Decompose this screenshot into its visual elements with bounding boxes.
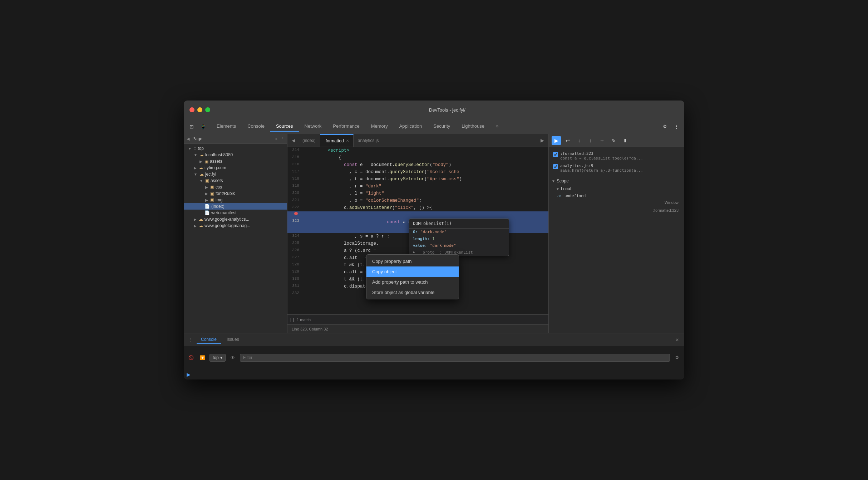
tree-item-googleanalytics[interactable]: ▶ ☁ www.google-analytics... <box>184 216 287 222</box>
console-filter-input[interactable] <box>240 354 670 362</box>
search-match-info: 1 match <box>297 318 311 322</box>
tab-console[interactable]: Console <box>242 121 270 132</box>
close-console-btn[interactable]: ✕ <box>673 335 681 344</box>
tree-item-assets2[interactable]: ▼ ▣ assets <box>184 177 287 184</box>
step-into-btn[interactable]: ↓ <box>574 136 584 145</box>
tree-item-index[interactable]: ▶ 📄 (index) <box>184 203 287 210</box>
step-over-btn[interactable]: ↩ <box>563 136 572 145</box>
code-line-320[interactable]: 320 , l = "light" <box>287 190 548 197</box>
tree-item-jecfyi[interactable]: ▼ ☁ jec.fyi <box>184 171 287 177</box>
pause-btn[interactable]: ⏸ <box>620 136 630 145</box>
context-item-copy-object[interactable]: Copy object <box>366 266 459 277</box>
step-btn[interactable]: → <box>597 136 607 145</box>
tab-application[interactable]: Application <box>394 121 428 132</box>
tree-item-fontrubik[interactable]: ▶ ▣ font/Rubik <box>184 190 287 197</box>
scope-title[interactable]: ▼ Scope <box>552 177 681 185</box>
console-toolbar-row: 🚫 🔽 top ▾ 👁 ⚙ <box>184 346 684 369</box>
tree-item-img[interactable]: ▶ ▣ img <box>184 197 287 203</box>
panel-more-icon[interactable]: ⋮ <box>280 137 284 141</box>
tab-more[interactable]: » <box>490 121 504 132</box>
panel-label: Page <box>192 136 272 141</box>
tooltip-key-2: value: <box>413 243 427 248</box>
more-icon[interactable]: ⋮ <box>671 122 681 132</box>
code-tab-formatted[interactable]: :formatted ✕ <box>320 134 354 147</box>
tab-memory[interactable]: Memory <box>365 121 394 132</box>
tooltip-item-1: length: 1 <box>409 235 509 242</box>
code-line-322[interactable]: 322 c.addEventListener("click", ()=>{ <box>287 204 548 211</box>
code-line-321[interactable]: 321 , o = "colorSchemeChanged"; <box>287 197 548 204</box>
tab-close-formatted[interactable]: ✕ <box>346 139 349 143</box>
context-item-store-global[interactable]: Store object as global variable <box>366 287 459 298</box>
tree-item-assets1[interactable]: ▶ ▣ assets <box>184 158 287 165</box>
expand-icon: ▼ <box>199 179 203 183</box>
assets2-label: assets <box>211 178 223 183</box>
scope-value: undefined <box>564 194 586 198</box>
maximize-button[interactable] <box>205 107 210 112</box>
code-tab-index[interactable]: (index) <box>298 134 320 147</box>
clear-console-btn[interactable]: 🚫 <box>187 353 195 362</box>
tab-elements[interactable]: Elements <box>211 121 242 132</box>
filter-icon[interactable]: 🔽 <box>198 353 207 362</box>
nav-left-icon[interactable]: ◀ <box>187 137 189 141</box>
ytimg-label: i.ytimg.com <box>204 165 226 170</box>
console-menu-icon[interactable]: ⋮ <box>187 335 195 344</box>
tab-sources[interactable]: Sources <box>270 121 299 132</box>
code-line-314[interactable]: 314 <script> <box>287 147 548 154</box>
step-out-btn[interactable]: ↑ <box>586 136 595 145</box>
tooltip-item-2: value: "dark-mode" <box>409 242 509 249</box>
code-line-316[interactable]: 316 const e = document.querySelector("bo… <box>287 161 548 168</box>
resume-btn[interactable]: ▶ <box>552 136 561 145</box>
inspect-icon[interactable]: ⊡ <box>187 122 197 132</box>
breakpoints-section: :formatted:323 const a = e.classList.tog… <box>552 150 681 174</box>
window-title: DevTools - jec.fyi/ <box>216 107 679 113</box>
tree-item-ytimg[interactable]: ▶ ☁ i.ytimg.com <box>184 165 287 171</box>
window-label: Window <box>665 200 679 205</box>
tree-item-top[interactable]: ▼ □ top <box>184 145 287 152</box>
eye-icon[interactable]: 👁 <box>228 353 237 362</box>
code-content[interactable]: 314 <script> 315 { 316 const e = documen… <box>287 147 548 314</box>
debugger-content: :formatted:323 const a = e.classList.tog… <box>549 147 684 333</box>
device-icon[interactable]: 📱 <box>198 122 208 132</box>
folder-icon: ▣ <box>210 185 214 190</box>
console-settings-btn[interactable]: ⚙ <box>673 353 681 362</box>
code-line-317[interactable]: 317 , c = document.querySelector("#color… <box>287 168 548 176</box>
tab-security[interactable]: Security <box>428 121 456 132</box>
tabs-nav: Elements Console Sources Network Perform… <box>211 121 660 132</box>
tree-item-localhost[interactable]: ▼ ☁ localhost:8080 <box>184 152 287 158</box>
debugger-toolbar: ▶ ↩ ↓ ↑ → ✎ ⏸ <box>549 134 684 147</box>
context-item-copy-path[interactable]: Copy property path <box>366 256 459 266</box>
minimize-button[interactable] <box>197 107 202 112</box>
bottom-tab-console[interactable]: Console <box>197 335 221 344</box>
bp-checkbox-1[interactable] <box>553 152 558 157</box>
context-item-add-watch[interactable]: Add property path to watch <box>366 277 459 287</box>
nav-right-icon[interactable]: » <box>275 137 277 141</box>
code-status-bar: Line 323, Column 32 <box>287 324 548 333</box>
code-line-315[interactable]: 315 { <box>287 154 548 161</box>
bottom-tab-issues[interactable]: Issues <box>222 335 243 344</box>
domain-icon: ☁ <box>199 152 204 157</box>
tab-performance[interactable]: Performance <box>327 121 365 132</box>
tab-nav-left[interactable]: ◀ <box>289 138 298 143</box>
local-arrow: ▼ <box>556 187 559 191</box>
code-line-318[interactable]: 318 , t = document.querySelector("#prism… <box>287 176 548 183</box>
code-tab-analytics[interactable]: analytics.js <box>354 134 384 147</box>
expand-icon: ▶ <box>194 217 197 221</box>
tree-item-css[interactable]: ▶ ▣ css <box>184 184 287 190</box>
bp-checkbox-2[interactable] <box>553 164 558 169</box>
formatted-location: :formatted:323 <box>653 208 679 212</box>
bp-location-2: analytics.js:9 <box>560 163 643 168</box>
settings-icon[interactable]: ⚙ <box>660 122 670 132</box>
deactivate-btn[interactable]: ✎ <box>609 136 618 145</box>
console-context-selector[interactable]: top ▾ <box>209 354 226 362</box>
local-scope-title[interactable]: ▼ Local <box>552 185 681 193</box>
tab-network[interactable]: Network <box>299 121 327 132</box>
breakpoint-marker <box>294 212 298 215</box>
googletagmanager-label: www.googletagmanag... <box>204 223 250 228</box>
tab-nav-right[interactable]: ▶ <box>538 138 547 143</box>
tab-lighthouse[interactable]: Lighthouse <box>456 121 490 132</box>
close-button[interactable] <box>189 107 194 112</box>
file-icon: 📄 <box>204 204 210 209</box>
code-line-319[interactable]: 319 , r = "dark" <box>287 183 548 190</box>
tree-item-manifest[interactable]: ▶ 📄 web.manifest <box>184 210 287 216</box>
tree-item-googletagmanager[interactable]: ▶ ☁ www.googletagmanag... <box>184 222 287 229</box>
